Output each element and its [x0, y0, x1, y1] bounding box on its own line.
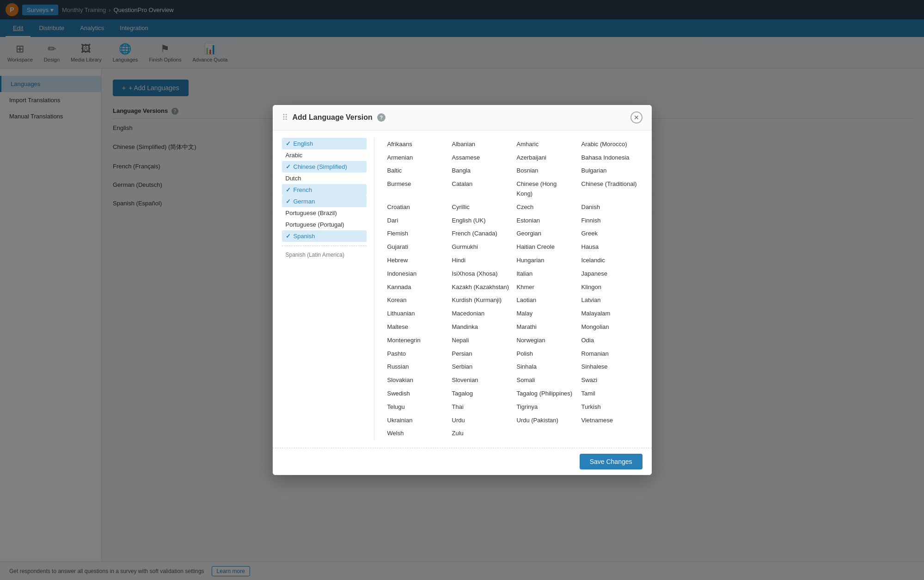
right-lang-option[interactable]: Bahasa Indonesia: [578, 151, 643, 165]
right-lang-option[interactable]: Cyrillic: [448, 201, 513, 214]
right-lang-option[interactable]: Korean: [384, 294, 448, 307]
right-lang-option[interactable]: Dari: [384, 214, 448, 228]
right-lang-option[interactable]: Armenian: [384, 151, 448, 165]
right-lang-option[interactable]: Catalan: [448, 178, 513, 201]
right-lang-option[interactable]: Tagalog (Philippines): [513, 387, 578, 401]
right-lang-option[interactable]: Hungarian: [513, 254, 578, 267]
right-lang-option[interactable]: Bangla: [448, 164, 513, 178]
right-lang-option[interactable]: Mongolian: [578, 321, 643, 334]
right-lang-option[interactable]: Kannada: [384, 281, 448, 294]
right-lang-option[interactable]: Polish: [513, 347, 578, 361]
left-lang-option[interactable]: ✓Chinese (Simplified): [282, 161, 367, 173]
left-lang-option[interactable]: Portuguese (Brazil): [282, 207, 367, 219]
left-lang-option[interactable]: Dutch: [282, 173, 367, 184]
right-lang-option[interactable]: Hausa: [578, 241, 643, 254]
right-lang-option[interactable]: Latvian: [578, 294, 643, 307]
right-lang-option[interactable]: Nepali: [448, 334, 513, 347]
right-lang-option[interactable]: Swedish: [384, 387, 448, 401]
right-lang-option[interactable]: Zulu: [448, 427, 513, 440]
right-lang-option[interactable]: Bosnian: [513, 164, 578, 178]
modal-header: ⠿ Add Language Version ? ✕: [273, 105, 652, 130]
right-lang-option[interactable]: Indonesian: [384, 267, 448, 281]
right-lang-option[interactable]: Arabic (Morocco): [578, 138, 643, 151]
right-lang-option[interactable]: Pashto: [384, 347, 448, 361]
right-lang-option[interactable]: Haitian Creole: [513, 241, 578, 254]
right-lang-option[interactable]: Estonian: [513, 214, 578, 228]
right-lang-option[interactable]: Sinhala: [513, 360, 578, 374]
right-lang-option[interactable]: Azerbaijani: [513, 151, 578, 165]
right-lang-option[interactable]: Danish: [578, 201, 643, 214]
right-lang-option[interactable]: Gujarati: [384, 241, 448, 254]
right-lang-option[interactable]: Tagalog: [448, 387, 513, 401]
right-lang-option[interactable]: Slovakian: [384, 374, 448, 387]
right-lang-option[interactable]: Montenegrin: [384, 334, 448, 347]
left-lang-option[interactable]: ✓German: [282, 196, 367, 207]
right-lang-option[interactable]: Flemish: [384, 227, 448, 241]
right-lang-option[interactable]: Slovenian: [448, 374, 513, 387]
right-lang-option[interactable]: Chinese (Traditional): [578, 178, 643, 201]
right-lang-option[interactable]: Romanian: [578, 347, 643, 361]
right-lang-option[interactable]: Amharic: [513, 138, 578, 151]
right-lang-option[interactable]: Lithuanian: [384, 307, 448, 321]
right-lang-option[interactable]: Laotian: [513, 294, 578, 307]
right-lang-option[interactable]: Georgian: [513, 227, 578, 241]
right-lang-option[interactable]: Norwegian: [513, 334, 578, 347]
right-lang-option[interactable]: Hebrew: [384, 254, 448, 267]
right-lang-option[interactable]: Telugu: [384, 401, 448, 414]
drag-handle-icon[interactable]: ⠿: [282, 112, 288, 123]
right-lang-option[interactable]: Ukrainian: [384, 414, 448, 427]
right-lang-option[interactable]: Finnish: [578, 214, 643, 228]
right-lang-option[interactable]: Mandinka: [448, 321, 513, 334]
left-lang-option[interactable]: ✓Spanish: [282, 230, 367, 242]
right-lang-option[interactable]: Vietnamese: [578, 414, 643, 427]
right-lang-option[interactable]: Gurmukhi: [448, 241, 513, 254]
modal-help-icon[interactable]: ?: [377, 113, 386, 122]
left-lang-option[interactable]: ✓English: [282, 138, 367, 149]
right-lang-option[interactable]: Albanian: [448, 138, 513, 151]
right-lang-option[interactable]: Somali: [513, 374, 578, 387]
right-lang-option[interactable]: Serbian: [448, 360, 513, 374]
right-lang-option[interactable]: Italian: [513, 267, 578, 281]
modal-close-button[interactable]: ✕: [630, 111, 643, 123]
right-lang-option[interactable]: Macedonian: [448, 307, 513, 321]
right-lang-option[interactable]: Persian: [448, 347, 513, 361]
right-lang-option[interactable]: Sinhalese: [578, 360, 643, 374]
right-lang-option[interactable]: Marathi: [513, 321, 578, 334]
right-lang-option[interactable]: English (UK): [448, 214, 513, 228]
right-lang-option[interactable]: Thai: [448, 401, 513, 414]
right-lang-option[interactable]: Swazi: [578, 374, 643, 387]
right-lang-option[interactable]: Urdu (Pakistan): [513, 414, 578, 427]
save-changes-button[interactable]: Save Changes: [580, 454, 643, 469]
right-lang-option[interactable]: Assamese: [448, 151, 513, 165]
right-lang-option[interactable]: Burmese: [384, 178, 448, 201]
right-lang-option[interactable]: Urdu: [448, 414, 513, 427]
right-lang-option[interactable]: Maltese: [384, 321, 448, 334]
right-lang-option[interactable]: Chinese (Hong Kong): [513, 178, 578, 201]
right-lang-option[interactable]: Japanese: [578, 267, 643, 281]
right-lang-option[interactable]: Russian: [384, 360, 448, 374]
left-lang-option[interactable]: Arabic: [282, 149, 367, 161]
right-lang-option[interactable]: Icelandic: [578, 254, 643, 267]
right-lang-option[interactable]: Tigrinya: [513, 401, 578, 414]
left-lang-option[interactable]: ✓French: [282, 184, 367, 196]
right-lang-option[interactable]: Hindi: [448, 254, 513, 267]
left-lang-option[interactable]: Portuguese (Portugal): [282, 219, 367, 230]
right-lang-option[interactable]: Kazakh (Kazakhstan): [448, 281, 513, 294]
right-lang-option[interactable]: Croatian: [384, 201, 448, 214]
right-lang-option[interactable]: Khmer: [513, 281, 578, 294]
right-lang-option[interactable]: Welsh: [384, 427, 448, 440]
right-lang-option[interactable]: Afrikaans: [384, 138, 448, 151]
right-lang-option[interactable]: Turkish: [578, 401, 643, 414]
right-lang-option[interactable]: Kurdish (Kurmanji): [448, 294, 513, 307]
right-lang-option[interactable]: Baltic: [384, 164, 448, 178]
right-lang-option[interactable]: French (Canada): [448, 227, 513, 241]
right-lang-option[interactable]: Odia: [578, 334, 643, 347]
right-lang-option[interactable]: Malay: [513, 307, 578, 321]
right-lang-option[interactable]: Klingon: [578, 281, 643, 294]
right-lang-option[interactable]: Czech: [513, 201, 578, 214]
right-lang-option[interactable]: Bulgarian: [578, 164, 643, 178]
right-lang-option[interactable]: Greek: [578, 227, 643, 241]
right-lang-option[interactable]: Malayalam: [578, 307, 643, 321]
right-lang-option[interactable]: Tamil: [578, 387, 643, 401]
right-lang-option[interactable]: IsiXhosa (Xhosa): [448, 267, 513, 281]
